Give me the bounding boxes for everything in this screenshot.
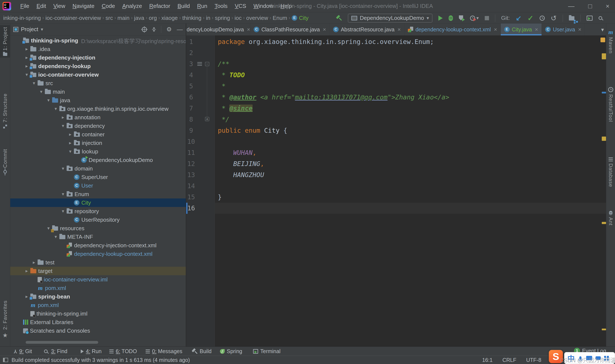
breadcrumb-item[interactable]: ioc-container-overview <box>44 15 103 21</box>
toolwindow-build-button[interactable]: Build <box>191 347 212 356</box>
chevron-icon[interactable] <box>59 123 67 129</box>
line-number[interactable]: 6 <box>186 92 196 103</box>
close-icon[interactable]: × <box>397 26 401 33</box>
project-structure-icon[interactable] <box>569 16 575 21</box>
chevron-icon[interactable] <box>52 106 59 112</box>
warning-stripe-mark[interactable] <box>602 222 606 224</box>
collapse-all-icon[interactable] <box>152 27 156 32</box>
menu-vcs[interactable]: VCS <box>231 1 250 11</box>
chevron-icon[interactable] <box>59 115 67 120</box>
toolwindow-messages-button[interactable]: 0: Messages <box>146 347 182 356</box>
toolwindow-favorites-button[interactable]: 2: Favorites ★ <box>0 299 10 340</box>
run-configuration-select[interactable]: DependencyLookupDemo ▾ <box>348 14 432 23</box>
tree-row[interactable]: META-INF <box>10 233 186 241</box>
tree-row[interactable]: spring-bean <box>10 292 186 301</box>
stop-button[interactable] <box>485 16 489 20</box>
toolwindow-structure-button[interactable]: 7: Structure <box>0 92 10 130</box>
tree-row[interactable]: Scratches and Consoles <box>10 326 186 335</box>
tree-row[interactable]: .idea <box>10 45 186 53</box>
tab-user[interactable]: User.java× <box>542 24 585 35</box>
tree-row[interactable]: repository <box>10 207 186 216</box>
tab-abstractresource[interactable]: AbstractResource.java× <box>330 24 404 35</box>
menu-edit[interactable]: Edit <box>33 1 50 11</box>
breadcrumb-item[interactable]: org <box>147 15 159 21</box>
line-ending[interactable]: CRLF <box>502 357 516 363</box>
close-icon[interactable]: × <box>247 26 250 33</box>
breadcrumb-item[interactable]: java <box>133 15 146 21</box>
chevron-icon[interactable] <box>67 149 74 154</box>
tree-row[interactable]: injection <box>10 139 186 147</box>
line-number-current[interactable]: 16 <box>186 203 196 214</box>
tree-row[interactable]: mpom.xml <box>10 301 186 309</box>
toolwindow-todo-button[interactable]: 6: TODO <box>109 347 137 356</box>
fold-end-icon[interactable]: ∧ <box>205 117 209 121</box>
git-history-button[interactable] <box>540 16 545 21</box>
code-line-7[interactable]: * @since <box>218 103 253 114</box>
chevron-icon[interactable] <box>67 132 74 137</box>
menu-file[interactable]: File <box>17 1 33 11</box>
inspections-indicator[interactable] <box>601 38 605 42</box>
search-everywhere-icon[interactable] <box>599 16 602 20</box>
menu-run[interactable]: Run <box>193 1 211 11</box>
chevron-icon[interactable] <box>38 89 45 94</box>
warning-stripe-mark[interactable] <box>602 137 606 141</box>
code-line-8[interactable]: */ <box>218 114 229 125</box>
close-icon[interactable]: × <box>494 26 497 33</box>
file-encoding[interactable]: UTF-8 <box>526 357 541 363</box>
tree-row[interactable]: src <box>10 79 186 88</box>
menu-build[interactable]: Build <box>174 1 193 11</box>
gutter-reorder-icon[interactable] <box>197 62 202 66</box>
tree-row[interactable]: ioc-container-overview.iml <box>10 275 186 284</box>
maximize-button[interactable]: □ <box>588 2 592 10</box>
git-update-button[interactable]: ↙ <box>516 14 521 22</box>
line-number[interactable]: 5 <box>186 81 196 92</box>
tree-row[interactable]: lookup <box>10 147 186 156</box>
toolwindow-spring-button[interactable]: Spring <box>220 347 242 356</box>
tree-row[interactable]: annotation <box>10 113 186 122</box>
git-commit-button[interactable]: ✓ <box>527 14 534 22</box>
breadcrumb-item[interactable]: overview <box>245 15 270 21</box>
line-number[interactable]: 12 <box>186 158 196 169</box>
breadcrumb-item[interactable]: in <box>205 15 212 21</box>
code-line-5[interactable]: * <box>218 81 226 92</box>
hide-panel-icon[interactable]: — <box>177 26 183 32</box>
toolwindow-run-button[interactable]: 4: Run <box>81 347 102 356</box>
chevron-icon[interactable] <box>59 166 67 171</box>
chevron-icon[interactable] <box>67 140 74 146</box>
menu-analyze[interactable]: Analyze <box>119 1 146 11</box>
tree-row[interactable]: External Libraries <box>10 318 186 326</box>
tree-row[interactable]: dependency-lookup-context.xml <box>10 250 186 258</box>
code-line-11[interactable]: WUHAN, <box>218 147 256 158</box>
tree-row[interactable]: java <box>10 96 186 104</box>
line-number[interactable]: 10 <box>186 136 196 147</box>
warning-stripe-mark[interactable] <box>602 53 606 59</box>
chevron-icon[interactable] <box>23 268 30 274</box>
breadcrumb-item[interactable]: Enum <box>271 15 289 21</box>
project-panel-header[interactable]: Project ▾ ⚙ — <box>10 24 186 35</box>
menu-view[interactable]: View <box>50 1 69 11</box>
fold-collapse-icon[interactable]: − <box>205 62 209 66</box>
tree-row[interactable]: DependencyLookupDemo <box>10 156 186 164</box>
run-button[interactable] <box>438 16 443 21</box>
breadcrumb-item[interactable]: spring <box>213 15 231 21</box>
toolwindow-project-button[interactable]: 1: Project <box>0 25 10 58</box>
chevron-icon[interactable] <box>52 234 59 240</box>
close-icon[interactable]: × <box>578 26 581 33</box>
breadcrumb-item[interactable]: thinking <box>181 15 203 21</box>
locate-file-icon[interactable] <box>142 27 147 32</box>
profiler-button[interactable] <box>470 16 475 21</box>
menu-tools[interactable]: Tools <box>211 1 231 11</box>
build-project-icon[interactable] <box>335 15 342 21</box>
menu-refactor[interactable]: Refactor <box>146 1 174 11</box>
tree-row[interactable]: Enum <box>10 190 186 198</box>
minimize-button[interactable]: — <box>568 2 575 10</box>
line-number[interactable]: 4 <box>186 70 196 81</box>
tree-row[interactable]: resources <box>10 224 186 233</box>
breadcrumb-item[interactable]: main <box>116 15 131 21</box>
chevron-icon[interactable] <box>45 98 52 103</box>
code-line-12[interactable]: BEIJING, <box>218 158 264 169</box>
code-line-6[interactable]: * @author <a href="mailto:1330137071@qq.… <box>218 92 449 103</box>
run-with-coverage-button[interactable] <box>459 15 464 21</box>
tree-row[interactable]: ioc-container-overview <box>10 70 186 79</box>
menu-navigate[interactable]: Navigate <box>69 1 98 11</box>
